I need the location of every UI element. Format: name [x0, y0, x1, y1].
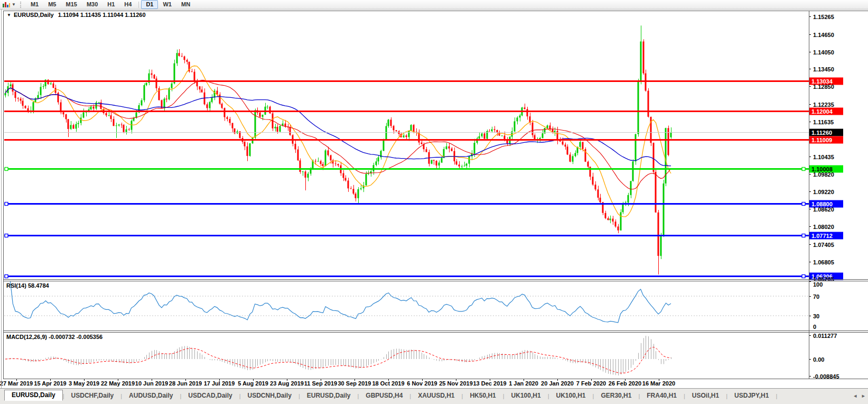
rsi-indicator-label: RSI(14) 58.4784: [6, 282, 49, 289]
x-axis-date-label: 3 May 2019: [69, 380, 99, 387]
chart-tab-3-usdcad-daily[interactable]: USDCAD,Daily: [181, 391, 239, 401]
symbol-label: EURUSD,Daily: [14, 12, 54, 18]
macd-indicator-label: MACD(12,26,9) -0.000732 -0.005356: [6, 334, 102, 340]
y-axis-tick-label: 1.06805: [813, 259, 834, 265]
line-handle[interactable]: [802, 275, 805, 278]
line-handle[interactable]: [5, 234, 8, 237]
chart-tab-2-audusd-daily[interactable]: AUDUSD,Daily: [122, 391, 180, 401]
timeframe-button-m15[interactable]: M15: [61, 0, 81, 9]
y-axis-tick-label: 1.12850: [813, 84, 834, 90]
chart-tab-9-uk100-h1[interactable]: UK100,H1: [505, 391, 548, 401]
tab-separator: |: [776, 392, 777, 401]
y-axis-tick-label: 1.07405: [813, 242, 834, 248]
x-axis-date-label: 22 May 2019: [101, 380, 135, 387]
symbol-dropdown-icon[interactable]: ▼: [7, 13, 11, 17]
dropdown-caret-icon[interactable]: ▼: [12, 2, 16, 7]
x-axis-date-label: 11 Sep 2019: [304, 380, 337, 387]
x-axis-date-label: 18 Oct 2019: [372, 380, 404, 387]
chart-tab-5-eurusd-daily[interactable]: EURUSD,Daily: [300, 391, 358, 401]
y-axis-tick-label: 1.11635: [813, 119, 834, 125]
y-axis-tick-label: 1.15265: [813, 14, 834, 20]
chart-periods-icon[interactable]: [2, 1, 11, 8]
chart-tab-4-usdcnh-daily[interactable]: USDCNH,Daily: [241, 391, 298, 401]
timeframe-buttons: M1M5M15M30H1H4D1W1MN: [26, 0, 195, 9]
toolbar-grip: [20, 2, 23, 8]
x-axis-date-label: 6 Nov 2019: [407, 380, 437, 387]
rsi-axis-label: 30: [813, 313, 819, 319]
price-line-label: 1.11009: [811, 137, 832, 143]
timeframe-button-m1[interactable]: M1: [26, 0, 43, 9]
chart-tabs: EURUSD,Daily|USDCHF,Daily|AUDUSD,Daily|U…: [4, 389, 868, 401]
chart-window: 1.130341.120041.112601.110091.100081.088…: [0, 10, 868, 388]
chart-tab-10-uk100-h1[interactable]: UK100,H1: [549, 391, 593, 401]
chart-tab-11-ger30-h1[interactable]: GER30,H1: [594, 391, 638, 401]
line-handle[interactable]: [802, 203, 805, 206]
timeframe-button-d1[interactable]: D1: [141, 0, 158, 9]
price-line-label: 1.11260: [811, 130, 832, 136]
line-handle[interactable]: [5, 275, 8, 278]
price-line-label: 1.12004: [811, 108, 833, 115]
macd-axis-label: -0.008845: [813, 373, 839, 380]
timeframe-button-m30[interactable]: M30: [82, 0, 102, 9]
chart-tabs-bar: EURUSD,Daily|USDCHF,Daily|AUDUSD,Daily|U…: [0, 388, 868, 404]
y-axis-tick-label: 1.13450: [813, 66, 834, 72]
x-axis-date-label: 7 Feb 2020: [576, 380, 606, 387]
chart-tab-8-hk50-h1[interactable]: HK50,H1: [463, 391, 502, 401]
chart-tab-14-usdjpy-h1[interactable]: USDJPY,H1: [727, 391, 776, 401]
y-axis-tick-label: 1.14650: [813, 32, 834, 38]
x-axis-date-label: 25 Nov 2019: [439, 380, 473, 387]
chart-title: ▼EURUSD,Daily1.11094 1.11435 1.11044 1.1…: [7, 12, 146, 18]
x-axis-date-label: 30 Sep 2019: [338, 380, 371, 387]
mt4-terminal-window: ▼ M1M5M15M30H1H4D1W1MN 1.130341.120041.1…: [0, 0, 868, 404]
x-axis-date-label: 27 Mar 2019: [0, 380, 33, 387]
y-axis-tick-label: 1.08620: [813, 206, 834, 213]
chart-tab-12-fra40-h1[interactable]: FRA40,H1: [640, 391, 684, 401]
x-axis-date-label: 15 Apr 2019: [34, 380, 66, 387]
chart-tab-6-gbpusd-h4[interactable]: GBPUSD,H4: [359, 391, 409, 401]
macd-axis-label: 0.011277: [813, 333, 837, 339]
timeframe-button-h1[interactable]: H1: [102, 0, 119, 9]
timeframe-button-h4[interactable]: H4: [119, 0, 136, 9]
x-axis-date-label: 1 Jan 2020: [509, 380, 538, 387]
line-handle[interactable]: [5, 168, 8, 171]
x-axis-date-label: 28 Jun 2019: [169, 380, 202, 387]
y-axis-tick-label: 1.08020: [813, 224, 834, 230]
toolbar-separator: [138, 2, 139, 8]
rsi-axis-label: 100: [813, 281, 823, 288]
price-chart[interactable]: 1.130341.120041.112601.110091.100081.088…: [0, 10, 868, 388]
x-axis-date-label: 17 Jul 2019: [204, 380, 235, 387]
x-axis-date-label: 16 Mar 2020: [642, 380, 675, 387]
y-axis-tick-label: 1.12235: [813, 102, 834, 108]
chart-tab-7-xauusd-h1[interactable]: XAUUSD,H1: [411, 391, 461, 401]
y-axis-tick-label: 1.09220: [813, 189, 834, 195]
chart-tab-13-usoil-h1[interactable]: USOil,H1: [685, 391, 726, 401]
x-axis-date-label: 20 Jan 2020: [541, 380, 574, 387]
timeframe-button-m5[interactable]: M5: [43, 0, 61, 9]
rsi-axis-label: 70: [813, 293, 819, 300]
rsi-axis-label: 0: [813, 324, 816, 330]
price-line-label: 1.07712: [811, 233, 833, 239]
timeframe-button-mn[interactable]: MN: [176, 0, 195, 9]
chart-tab-1-usdchf-daily[interactable]: USDCHF,Daily: [64, 391, 121, 401]
tab-scroll-left-button[interactable]: ◂: [854, 392, 857, 399]
x-axis-date-label: 5 Aug 2019: [238, 380, 268, 387]
line-handle[interactable]: [5, 203, 8, 206]
x-axis-date-label: 23 Aug 2019: [270, 380, 304, 387]
x-axis-date-label: 13 Dec 2019: [473, 380, 507, 387]
ohlc-values: 1.11094 1.11435 1.11044 1.11260: [58, 12, 146, 18]
timeframe-button-w1[interactable]: W1: [158, 0, 176, 9]
y-axis-tick-label: 1.10435: [813, 154, 834, 160]
y-axis-tick-label: 1.09820: [813, 171, 834, 178]
x-axis-date-label: 10 Jun 2019: [135, 380, 168, 387]
y-axis-tick-label: 1.14050: [813, 49, 834, 56]
chart-tab-0-eurusd-daily[interactable]: EURUSD,Daily: [4, 390, 63, 401]
tab-scroll-right-button[interactable]: ▸: [862, 392, 865, 399]
macd-axis-label: 0.00: [813, 356, 824, 363]
line-handle[interactable]: [802, 168, 805, 171]
x-axis-date-label: 26 Feb 2020: [609, 380, 641, 387]
timeframe-toolbar: ▼ M1M5M15M30H1H4D1W1MN: [0, 0, 868, 10]
line-handle[interactable]: [802, 234, 805, 237]
